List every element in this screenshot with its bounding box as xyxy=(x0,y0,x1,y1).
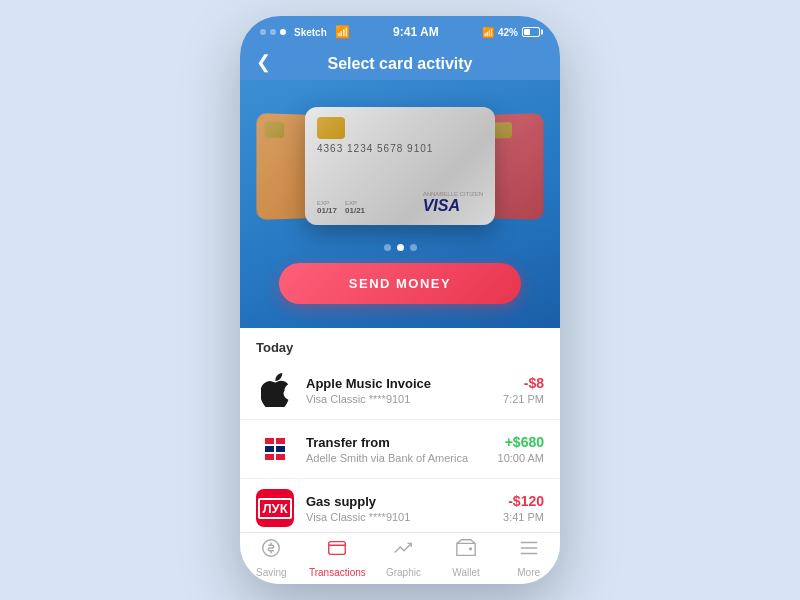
card-section: 4363 1234 5678 9101 EXP 01/17 EXP 01/21 xyxy=(240,80,560,328)
status-right: 📶 42% xyxy=(482,27,540,38)
tx-bofa-right: +$680 10:00 AM xyxy=(498,434,544,464)
tx-bofa-time: 10:00 AM xyxy=(498,452,544,464)
tx-gas-details: Gas supply Visa Classic ****9101 xyxy=(306,494,503,523)
tx-apple-sub: Visa Classic ****9101 xyxy=(306,393,503,405)
bluetooth-icon: 📶 xyxy=(482,27,494,38)
wifi-icon: 📶 xyxy=(335,25,350,39)
tx-gas-right: -$120 3:41 PM xyxy=(503,493,544,523)
card-bottom: EXP 01/17 EXP 01/21 ANNABELLE CITIZEN VI… xyxy=(317,191,483,215)
transactions-list: Today Apple Music Invoice Visa Classic *… xyxy=(240,328,560,532)
tx-gas-sub: Visa Classic ****9101 xyxy=(306,511,503,523)
nav-wallet[interactable]: Wallet xyxy=(441,537,491,578)
card-exp-to: EXP 01/21 xyxy=(345,200,365,215)
status-bar: Sketch 📶 9:41 AM 📶 42% xyxy=(240,16,560,44)
graphic-icon xyxy=(392,537,414,564)
section-today: Today xyxy=(240,328,560,361)
nav-transactions-label: Transactions xyxy=(309,567,366,578)
cards-row: 4363 1234 5678 9101 EXP 01/17 EXP 01/21 xyxy=(256,96,544,236)
svg-point-2 xyxy=(470,548,472,550)
svg-rect-1 xyxy=(329,542,346,555)
bottom-nav: Saving Transactions Graphic xyxy=(240,532,560,584)
status-left: Sketch 📶 xyxy=(260,25,350,39)
nav-graphic[interactable]: Graphic xyxy=(378,537,428,578)
battery-icon xyxy=(522,27,540,37)
tx-apple-time: 7:21 PM xyxy=(503,393,544,405)
nav-transactions[interactable]: Transactions xyxy=(309,537,366,578)
apple-icon xyxy=(256,371,294,409)
carrier-text: Sketch xyxy=(294,27,327,38)
tx-bofa-amount: +$680 xyxy=(498,434,544,450)
card-main[interactable]: 4363 1234 5678 9101 EXP 01/17 EXP 01/21 xyxy=(305,107,495,225)
lukoil-icon: ЛУК xyxy=(256,489,294,527)
saving-icon xyxy=(260,537,282,564)
tx-gas-name: Gas supply xyxy=(306,494,503,509)
phone-frame: Sketch 📶 9:41 AM 📶 42% ❮ Select card act… xyxy=(240,16,560,584)
tx-bofa-sub: Adelle Smith via Bank of America xyxy=(306,452,498,464)
send-money-button[interactable]: SEND MONEY xyxy=(279,263,521,304)
nav-saving[interactable]: Saving xyxy=(246,537,296,578)
tx-apple-details: Apple Music Invoice Visa Classic ****910… xyxy=(306,376,503,405)
dot-3[interactable] xyxy=(410,244,417,251)
nav-wallet-label: Wallet xyxy=(452,567,479,578)
nav-more[interactable]: More xyxy=(504,537,554,578)
dot-1[interactable] xyxy=(384,244,391,251)
transaction-item[interactable]: Apple Music Invoice Visa Classic ****910… xyxy=(240,361,560,420)
tx-apple-right: -$8 7:21 PM xyxy=(503,375,544,405)
transaction-item[interactable]: Transfer from Adelle Smith via Bank of A… xyxy=(240,420,560,479)
nav-saving-label: Saving xyxy=(256,567,287,578)
bofa-icon xyxy=(256,430,294,468)
wallet-icon xyxy=(455,537,477,564)
tx-apple-name: Apple Music Invoice xyxy=(306,376,503,391)
back-button[interactable]: ❮ xyxy=(256,51,271,73)
tx-bofa-name: Transfer from xyxy=(306,435,498,450)
card-number: 4363 1234 5678 9101 xyxy=(317,143,483,154)
lukoil-text: ЛУК xyxy=(258,498,291,519)
header: ❮ Select card activity xyxy=(240,44,560,80)
battery-percent: 42% xyxy=(498,27,518,38)
card-chip xyxy=(317,117,345,139)
card-exp-from: EXP 01/17 xyxy=(317,200,337,215)
tx-bofa-details: Transfer from Adelle Smith via Bank of A… xyxy=(306,435,498,464)
card-pagination xyxy=(384,244,417,251)
status-time: 9:41 AM xyxy=(393,25,439,39)
visa-logo: VISA xyxy=(423,197,483,215)
transaction-item[interactable]: ЛУК Gas supply Visa Classic ****9101 -$1… xyxy=(240,479,560,532)
transactions-icon xyxy=(326,537,348,564)
dot-2[interactable] xyxy=(397,244,404,251)
page-title: Select card activity xyxy=(328,55,473,73)
nav-graphic-label: Graphic xyxy=(386,567,421,578)
tx-apple-amount: -$8 xyxy=(503,375,544,391)
nav-more-label: More xyxy=(517,567,540,578)
more-icon xyxy=(518,537,540,564)
tx-gas-time: 3:41 PM xyxy=(503,511,544,523)
tx-gas-amount: -$120 xyxy=(503,493,544,509)
